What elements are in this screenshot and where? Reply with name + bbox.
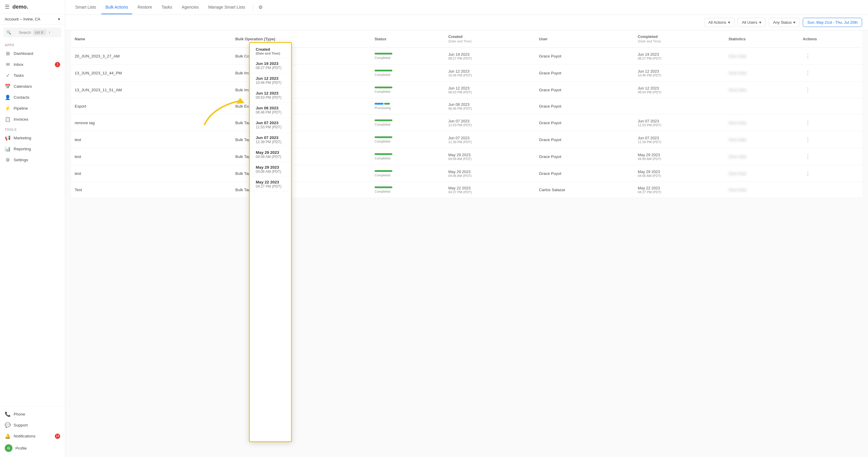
cell-completed bbox=[634, 98, 725, 114]
sidebar-item-notifications[interactable]: 🔔 Notifications 14 bbox=[0, 431, 65, 441]
tab-bulk-actions[interactable]: Bulk Actions bbox=[101, 1, 132, 14]
cell-actions: ⋮ bbox=[799, 82, 862, 98]
cell-completed: Jun 12 2023 08:54 PM (PDT) bbox=[634, 82, 725, 98]
pipeline-icon: ⚡ bbox=[5, 105, 11, 111]
cell-statistics[interactable]: Show Stats bbox=[725, 182, 799, 198]
cell-user: Grace Puyot bbox=[535, 65, 634, 82]
cell-actions: ⋮ bbox=[799, 148, 862, 165]
tab-restore[interactable]: Restore bbox=[133, 1, 156, 14]
support-icon: 💬 bbox=[5, 422, 11, 428]
sidebar-item-pipeline[interactable]: ⚡ Pipeline bbox=[0, 103, 65, 114]
col-header-user: User bbox=[535, 30, 634, 48]
cell-user: Grace Puyot bbox=[535, 48, 634, 65]
cell-status: Completed bbox=[371, 65, 445, 82]
sidebar-item-profile[interactable]: G Profile bbox=[0, 441, 65, 455]
col-header-created: Created(Date and Time) bbox=[445, 30, 535, 48]
sidebar-item-calendars[interactable]: 📅 Calendars bbox=[0, 81, 65, 92]
cell-status: Completed bbox=[371, 82, 445, 98]
cell-actions bbox=[799, 182, 862, 198]
sidebar-item-tasks[interactable]: ✓ Tasks bbox=[0, 70, 65, 81]
sidebar-item-marketing[interactable]: 📢 Marketing bbox=[0, 132, 65, 144]
search-label: Search bbox=[19, 30, 31, 35]
sidebar-item-phone[interactable]: 📞 Phone bbox=[0, 409, 65, 420]
sidebar-item-contacts[interactable]: 👤 Contacts bbox=[0, 92, 65, 103]
row-actions-btn[interactable]: ⋮ bbox=[803, 118, 813, 127]
sidebar-item-invoices[interactable]: 📋 Invoices bbox=[0, 114, 65, 125]
all-actions-filter[interactable]: All Actions ▾ bbox=[704, 18, 735, 27]
cell-statistics[interactable] bbox=[725, 98, 799, 114]
sidebar-item-label: Reporting bbox=[13, 147, 31, 151]
cell-actions: ⋮ bbox=[799, 131, 862, 148]
table-row: test Bulk Tag Add Completed Jun 07 2023 … bbox=[71, 131, 862, 148]
cell-statistics[interactable]: Show Stats bbox=[725, 82, 799, 98]
sidebar-item-label: Invoices bbox=[13, 117, 28, 122]
dashboard-icon: ⊞ bbox=[5, 51, 11, 56]
settings-icon-btn[interactable]: ⚙ bbox=[257, 3, 264, 12]
sidebar-item-inbox[interactable]: ✉ Inbox 1 bbox=[0, 59, 65, 70]
cell-operation: Bulk Import bbox=[232, 65, 371, 82]
col-header-name: Name bbox=[71, 30, 232, 48]
sidebar-item-label: Calendars bbox=[13, 84, 32, 89]
table-row: 13_JUN_2023_12_44_PM Bulk Import Complet… bbox=[71, 65, 862, 82]
cell-user: Grace Puyot bbox=[535, 165, 634, 182]
col-header-statistics: Statistics bbox=[725, 30, 799, 48]
cell-operation: Bulk Tag Add bbox=[232, 182, 371, 198]
date-range-filter[interactable]: Sun, May 21st - Thu, Jul 20th bbox=[803, 18, 862, 27]
arrow-up-icon: ↑ bbox=[49, 30, 58, 35]
calendars-icon: 📅 bbox=[5, 84, 11, 89]
hamburger-icon[interactable]: ☰ bbox=[5, 4, 9, 10]
cell-statistics[interactable]: Show Stats bbox=[725, 165, 799, 182]
tab-manage-smart-lists[interactable]: Manage Smart Lists bbox=[204, 1, 250, 14]
sidebar-item-reporting[interactable]: 📊 Reporting bbox=[0, 144, 65, 154]
row-actions-btn[interactable]: ⋮ bbox=[803, 52, 813, 60]
cell-name: 20_JUN_2023_3_27_AM bbox=[71, 48, 232, 65]
sidebar-item-settings[interactable]: ⚙ Settings bbox=[0, 154, 65, 165]
cell-actions: ⋮ bbox=[799, 48, 862, 65]
logo: demo. bbox=[12, 4, 28, 10]
cell-actions: ⋮ bbox=[799, 165, 862, 182]
cell-user: Carlos Salazar bbox=[535, 182, 634, 198]
chevron-down-icon: ▾ bbox=[58, 17, 60, 21]
row-actions-btn[interactable]: ⋮ bbox=[803, 152, 813, 161]
account-selector[interactable]: Account -- Irvine, CA ▾ bbox=[0, 14, 65, 25]
col-header-completed: Completed(Date and Time) bbox=[634, 30, 725, 48]
tab-smart-lists[interactable]: Smart Lists bbox=[71, 1, 100, 14]
cell-name: test bbox=[71, 165, 232, 182]
search-bar[interactable]: 🔍 Search ctrl K ↑ bbox=[4, 28, 61, 37]
tasks-icon: ✓ bbox=[5, 72, 11, 78]
table-row: Export Bulk Export Processing Jun 08 202… bbox=[71, 98, 862, 114]
all-users-filter[interactable]: All Users ▾ bbox=[738, 18, 766, 27]
cell-completed: May 29 2023 04:06 AM (PDT) bbox=[634, 165, 725, 182]
sidebar-header: ☰ demo. bbox=[0, 0, 65, 14]
cell-completed: May 29 2023 04:09 AM (PDT) bbox=[634, 148, 725, 165]
date-range-label: Sun, May 21st - Thu, Jul 20th bbox=[807, 20, 858, 25]
tab-tasks[interactable]: Tasks bbox=[157, 1, 176, 14]
col-header-operation: Bulk Operation (Type) bbox=[232, 30, 371, 48]
sidebar-item-label: Dashboard bbox=[13, 51, 33, 56]
tab-agencies[interactable]: Agencies bbox=[178, 1, 203, 14]
cell-statistics[interactable]: Show Stats bbox=[725, 148, 799, 165]
cell-operation: Bulk Tag Add bbox=[232, 131, 371, 148]
cell-name: remove tag bbox=[71, 114, 232, 131]
cell-statistics[interactable]: Show Stats bbox=[725, 48, 799, 65]
col-header-status: Status bbox=[371, 30, 445, 48]
cell-statistics[interactable]: Show Stats bbox=[725, 114, 799, 131]
sidebar-item-support[interactable]: 💬 Support bbox=[0, 420, 65, 431]
row-actions-btn[interactable]: ⋮ bbox=[803, 68, 813, 78]
any-status-filter[interactable]: Any Status ▾ bbox=[769, 18, 800, 27]
cell-actions bbox=[799, 98, 862, 114]
row-actions-btn[interactable]: ⋮ bbox=[803, 85, 813, 94]
notifications-icon: 🔔 bbox=[5, 433, 11, 439]
row-actions-btn[interactable]: ⋮ bbox=[803, 135, 813, 144]
cell-operation: Bulk Tag Add bbox=[232, 165, 371, 182]
cell-name: 13_JUN_2023_12_44_PM bbox=[71, 65, 232, 82]
cell-created: Jun 12 2023 08:53 PM (PDT) bbox=[445, 82, 535, 98]
sidebar-item-dashboard[interactable]: ⊞ Dashboard bbox=[0, 48, 65, 59]
cell-statistics[interactable]: Show Stats bbox=[725, 65, 799, 82]
cell-statistics[interactable]: Show Stats bbox=[725, 131, 799, 148]
row-actions-btn[interactable]: ⋮ bbox=[803, 169, 813, 178]
cell-created: Jun 19 2023 08:27 PM (PDT) bbox=[445, 48, 535, 65]
cell-created: May 29 2023 04:09 AM (PDT) bbox=[445, 148, 535, 165]
cell-user: Grace Puyot bbox=[535, 114, 634, 131]
search-icon: 🔍 bbox=[6, 30, 16, 35]
